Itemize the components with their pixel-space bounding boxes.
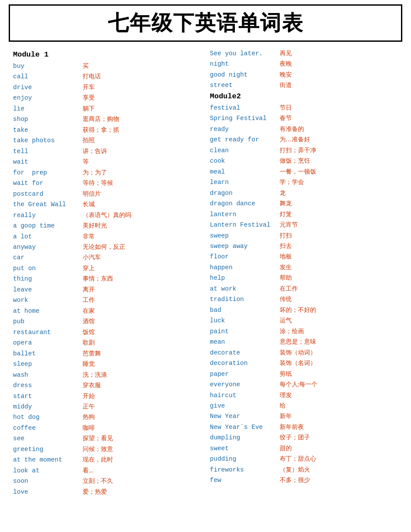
word-row: haircut理发 bbox=[210, 391, 398, 400]
word-english: see bbox=[13, 434, 83, 443]
word-english: call bbox=[13, 72, 83, 81]
word-english: enjoy bbox=[13, 93, 83, 103]
word-english: opera bbox=[13, 338, 83, 348]
word-row: luck运气 bbox=[210, 316, 398, 325]
word-chinese: 热狗 bbox=[83, 412, 95, 422]
word-chinese: 正午 bbox=[83, 402, 95, 412]
word-english: Lantern Festival bbox=[210, 220, 280, 230]
word-chinese: 给 bbox=[280, 401, 286, 411]
word-row: buy买 bbox=[13, 61, 201, 71]
word-row: at work在工作 bbox=[210, 284, 398, 294]
word-chinese: 布丁；甜点心 bbox=[280, 454, 316, 464]
word-row: drive开车 bbox=[13, 83, 201, 92]
word-chinese: 开始 bbox=[83, 391, 95, 401]
word-chinese: 穿上 bbox=[83, 264, 95, 273]
word-row: good night晚安 bbox=[210, 70, 398, 80]
word-english: street bbox=[210, 80, 280, 90]
word-row: sweep打扫 bbox=[210, 231, 398, 241]
word-row: mean意思是；意味 bbox=[210, 337, 398, 347]
word-row: street街道 bbox=[210, 80, 398, 90]
word-chinese: 买 bbox=[83, 61, 89, 71]
word-chinese: 爱；热爱 bbox=[83, 487, 107, 497]
word-chinese: 拍照 bbox=[83, 136, 95, 145]
word-chinese: 酒馆 bbox=[83, 317, 95, 326]
word-row: dragon龙 bbox=[210, 188, 398, 198]
word-english: New Year`s Eve bbox=[210, 422, 280, 432]
word-chinese: 再见 bbox=[280, 49, 292, 58]
word-chinese: 问候；致意 bbox=[83, 445, 113, 454]
word-row: learn学；学会 bbox=[210, 177, 398, 187]
word-chinese: 一餐，一顿饭 bbox=[280, 167, 316, 177]
word-english: haircut bbox=[210, 391, 280, 400]
word-row: thing事情；东西 bbox=[13, 274, 201, 284]
word-chinese: 灯笼 bbox=[280, 210, 292, 219]
word-row: wash洗；洗涤 bbox=[13, 370, 201, 380]
word-chinese: 小汽车 bbox=[83, 253, 101, 262]
word-english: start bbox=[13, 391, 83, 401]
word-chinese: 享受 bbox=[83, 93, 95, 103]
word-english: decorate bbox=[210, 348, 280, 358]
left-word-list: buy买call打电话drive开车enjoy享受lie躺下shop逛商店；购物… bbox=[13, 61, 201, 497]
word-row: decorate装饰（动词） bbox=[210, 348, 398, 358]
word-row: work工作 bbox=[13, 295, 201, 305]
right-extra-list: See you later.再见night夜晚good night晚安stree… bbox=[210, 49, 398, 90]
word-chinese: 等 bbox=[83, 157, 89, 167]
word-row: shop逛商店；购物 bbox=[13, 114, 201, 124]
word-row: happen发生 bbox=[210, 263, 398, 272]
word-english: mean bbox=[210, 337, 280, 347]
word-english: tell bbox=[13, 147, 83, 156]
word-row: at home在家 bbox=[13, 306, 201, 316]
word-chinese: 帮助 bbox=[280, 273, 292, 283]
word-english: paint bbox=[210, 327, 280, 336]
word-row: sweet甜的 bbox=[210, 444, 398, 453]
word-row: see探望；看见 bbox=[13, 434, 201, 443]
right-word-list: festival节日Spring Festival春节ready有准备的get … bbox=[210, 103, 398, 485]
word-chinese: 不多；很少 bbox=[280, 475, 310, 485]
word-english: ready bbox=[210, 124, 280, 134]
word-row: the Great Wall长城 bbox=[13, 200, 201, 209]
word-chinese: 晚安 bbox=[280, 70, 292, 80]
word-english: sleep bbox=[13, 359, 83, 369]
word-english: shop bbox=[13, 114, 83, 124]
word-english: take photos bbox=[13, 136, 83, 145]
word-english: at work bbox=[210, 284, 280, 294]
word-row: take获得；拿；抓 bbox=[13, 125, 201, 135]
word-row: decoration装饰（名词） bbox=[210, 358, 398, 368]
word-english: See you later. bbox=[210, 49, 280, 58]
word-row: start开始 bbox=[13, 391, 201, 401]
word-chinese: 长城 bbox=[83, 200, 95, 209]
word-english: soon bbox=[13, 476, 83, 486]
word-english: greeting bbox=[13, 445, 83, 454]
word-row: Spring Festival春节 bbox=[210, 114, 398, 123]
word-chinese: 看... bbox=[83, 466, 94, 475]
word-chinese: 工作 bbox=[83, 295, 95, 305]
word-english: wash bbox=[13, 370, 83, 380]
word-chinese: 穿衣服 bbox=[83, 381, 101, 390]
word-row: call打电话 bbox=[13, 72, 201, 81]
word-chinese: 咖啡 bbox=[83, 423, 95, 433]
word-row: ready有准备的 bbox=[210, 124, 398, 134]
word-row: give给 bbox=[210, 401, 398, 411]
word-chinese: （表语气）真的吗 bbox=[83, 211, 131, 220]
word-english: put on bbox=[13, 264, 83, 273]
word-row: Lantern Festival元宵节 bbox=[210, 220, 398, 230]
word-chinese: 夜晚 bbox=[280, 59, 292, 69]
word-row: everyone每个人;每一个 bbox=[210, 380, 398, 389]
word-english: learn bbox=[210, 177, 280, 187]
word-row: night夜晚 bbox=[210, 59, 398, 69]
word-row: wait for等待；等候 bbox=[13, 178, 201, 188]
word-row: enjoy享受 bbox=[13, 93, 201, 103]
word-english: a goop time bbox=[13, 221, 83, 231]
right-column: See you later.再见night夜晚good night晚安stree… bbox=[206, 49, 403, 498]
word-chinese: 打电话 bbox=[83, 72, 101, 81]
word-row: take photos拍照 bbox=[13, 136, 201, 145]
word-chinese: 无论如何，反正 bbox=[83, 242, 125, 252]
word-chinese: 现在，此时 bbox=[83, 455, 113, 465]
word-chinese: 美好时光 bbox=[83, 221, 107, 231]
word-english: middy bbox=[13, 402, 83, 412]
word-row: lantern灯笼 bbox=[210, 210, 398, 219]
word-chinese: 扫去 bbox=[280, 241, 292, 251]
word-english: Spring Festival bbox=[210, 114, 280, 123]
word-chinese: 地板 bbox=[280, 252, 292, 261]
page-title: 七年级下英语单词表 bbox=[9, 4, 402, 42]
